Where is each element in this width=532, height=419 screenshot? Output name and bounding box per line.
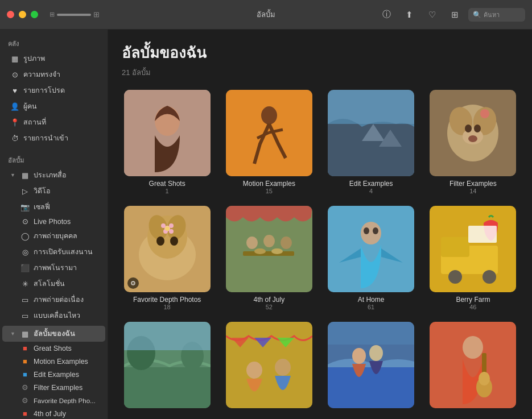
info-button[interactable]: ⓘ <box>377 7 395 23</box>
svg-rect-73 <box>430 322 516 408</box>
sidebar-item-fav-depth[interactable]: ⚙ Favorite Depth Pho... <box>2 394 105 407</box>
sidebar-item-slo-mo[interactable]: ✳ สโลโมชั่น <box>2 276 105 292</box>
album-count-berry-farm: 46 <box>469 304 476 310</box>
live-photos-icon: ⊙ <box>20 217 30 226</box>
sidebar-item-media-types[interactable]: ▼ ▦ ประเภทสื่อ <box>2 167 105 183</box>
my-albums-folder-icon: ▦ <box>20 330 30 338</box>
maximize-button[interactable] <box>31 11 38 18</box>
sidebar-item-live-photos[interactable]: ⊙ Live Photos <box>2 215 105 228</box>
sidebar-item-videos[interactable]: ▷ วิดีโอ <box>2 183 105 199</box>
sidebar-item-featured[interactable]: ♥ รายการโปรด <box>2 82 105 98</box>
svg-rect-20 <box>430 90 516 176</box>
sidebar-item-memories-label: ความทรงจำ <box>23 69 60 80</box>
sidebar-item-burst[interactable]: ◎ การเปิดรับแสงนาน <box>2 244 105 260</box>
search-box[interactable]: 🔍 ค้นหา <box>468 8 525 22</box>
album-count-4th-of-july: 52 <box>266 304 273 310</box>
slomo-icon: ✳ <box>20 280 30 288</box>
album-count-fav-depth: 18 <box>164 304 171 310</box>
svg-rect-52 <box>430 206 516 292</box>
album-item-album12[interactable] <box>428 322 518 412</box>
album-count-at-home: 61 <box>368 304 374 310</box>
sidebar-item-edit-examples-label: Edit Examples <box>34 371 79 379</box>
section-title-albums: อัลบั้ม <box>0 152 108 167</box>
album-item-motion-examples[interactable]: Motion Examples15 <box>224 90 314 194</box>
add-button[interactable]: ⊞ <box>446 7 464 23</box>
album-item-berry-farm[interactable]: Berry Farm46 <box>428 206 518 310</box>
sidebar-item-media-types-label: ประเภทสื่อ <box>34 169 67 181</box>
album-count-edit-examples: 4 <box>369 188 373 194</box>
panorama-icon: ⬛ <box>20 264 30 272</box>
album-thumbnail-album11 <box>328 322 414 408</box>
svg-rect-10 <box>328 90 414 176</box>
size-slider[interactable] <box>57 14 91 16</box>
album-thumbnail-filter-examples <box>430 90 516 176</box>
svg-point-26 <box>156 237 164 246</box>
album-item-4th-of-july[interactable]: 4th of July52 <box>224 206 314 310</box>
long-exposure-icon: ▭ <box>20 296 30 304</box>
album-item-great-shots[interactable]: Great Shots1 <box>122 90 212 194</box>
album-item-album9[interactable] <box>122 322 212 412</box>
window-controls <box>7 11 38 18</box>
sidebar-item-edit-examples[interactable]: ■ Edit Examples <box>2 368 105 381</box>
sidebar-item-live-photos-label: Live Photos <box>34 218 71 226</box>
album-thumbnail-album10 <box>226 322 312 408</box>
sidebar-item-people[interactable]: 👤 ผู้คน <box>2 98 105 114</box>
sidebar-item-long-exposure[interactable]: ▭ ภาพถ่ายต่อเนื่อง <box>2 292 105 308</box>
folder-icon: ▦ <box>20 171 30 180</box>
sidebar-item-photos[interactable]: ▦ รูปภาพ <box>2 51 105 67</box>
sidebar-item-memories[interactable]: ⊙ ความทรงจำ <box>2 67 105 82</box>
heart-icon: ♥ <box>10 86 19 95</box>
sidebar-item-filter-examples[interactable]: ⚙ Filter Examples <box>2 381 105 394</box>
sidebar-item-selfies-label: เซลฟี่ <box>34 201 50 213</box>
share-button[interactable]: ⬆ <box>400 7 418 23</box>
album-item-at-home[interactable]: At Home61 <box>326 206 416 310</box>
heart-button[interactable]: ♡ <box>423 7 441 23</box>
svg-point-33 <box>165 226 170 231</box>
sidebar-item-animated[interactable]: ▭ แบบเคลื่อนไหว <box>2 308 105 323</box>
titlebar-actions: ⓘ ⬆ ♡ ⊞ 🔍 ค้นหา <box>377 7 525 23</box>
minimize-button[interactable] <box>19 11 26 18</box>
album-thumbnail-album12 <box>430 322 516 408</box>
sidebar-item-portrait[interactable]: ◯ ภาพถ่ายบุคคล <box>2 228 105 244</box>
gear-badge-icon: ⚙ <box>127 277 139 289</box>
selfie-icon: 📷 <box>20 203 30 211</box>
svg-rect-58 <box>124 322 211 350</box>
sidebar-item-imports[interactable]: ⏱ รายการนำเข้า <box>2 130 105 146</box>
album-thumbnail-motion-examples <box>226 90 312 176</box>
sidebar-item-selfies[interactable]: 📷 เซลฟี่ <box>2 199 105 215</box>
sidebar-item-panorama[interactable]: ⬛ ภาพพโนรามา <box>2 260 105 276</box>
section-title-library: คลัง <box>0 35 108 51</box>
album-thumbnail-berry-farm <box>430 206 516 292</box>
sidebar-item-motion-examples[interactable]: ■ Motion Examples <box>2 355 105 368</box>
svg-point-66 <box>369 345 383 361</box>
sidebar-item-great-shots-label: Great Shots <box>34 345 72 352</box>
sidebar-item-4th-july[interactable]: ■ 4th of July <box>2 407 105 419</box>
album-item-album11[interactable] <box>326 322 416 412</box>
album-name-edit-examples: Edit Examples <box>349 180 393 188</box>
burst-icon: ◎ <box>20 248 30 256</box>
svg-rect-53 <box>468 226 497 243</box>
sidebar-item-great-shots[interactable]: ■ Great Shots <box>2 342 105 355</box>
sidebar-item-burst-label: การเปิดรับแสงนาน <box>34 246 93 258</box>
close-button[interactable] <box>7 11 14 18</box>
svg-rect-7 <box>226 90 312 176</box>
album-name-berry-farm: Berry Farm <box>456 296 490 304</box>
album-item-fav-depth[interactable]: ⚙Favorite Depth Photos18 <box>122 206 212 310</box>
svg-point-29 <box>161 223 166 228</box>
album-item-filter-examples[interactable]: Filter Examples14 <box>428 90 518 194</box>
album-item-album10[interactable] <box>224 322 314 412</box>
search-icon: 🔍 <box>473 11 481 19</box>
album-item-edit-examples[interactable]: Edit Examples4 <box>326 90 416 194</box>
sidebar-item-people-label: ผู้คน <box>23 101 37 112</box>
photos-icon: ▦ <box>10 55 19 63</box>
people-icon: 👤 <box>10 102 19 111</box>
album-count-great-shots: 1 <box>166 188 169 194</box>
album-name-at-home: At Home <box>358 296 385 304</box>
disclosure-icon-albums: ▼ <box>10 331 15 337</box>
sidebar-item-panorama-label: ภาพพโนรามา <box>34 262 77 273</box>
album-name-4th-of-july: 4th of July <box>254 296 285 304</box>
window-title: อัลบั้ม <box>257 9 275 20</box>
animated-icon: ▭ <box>20 312 30 320</box>
sidebar-item-my-albums[interactable]: ▼ ▦ อัลบั้มของฉัน <box>2 326 105 342</box>
sidebar-item-places[interactable]: 📍 สถานที่ <box>2 114 105 130</box>
